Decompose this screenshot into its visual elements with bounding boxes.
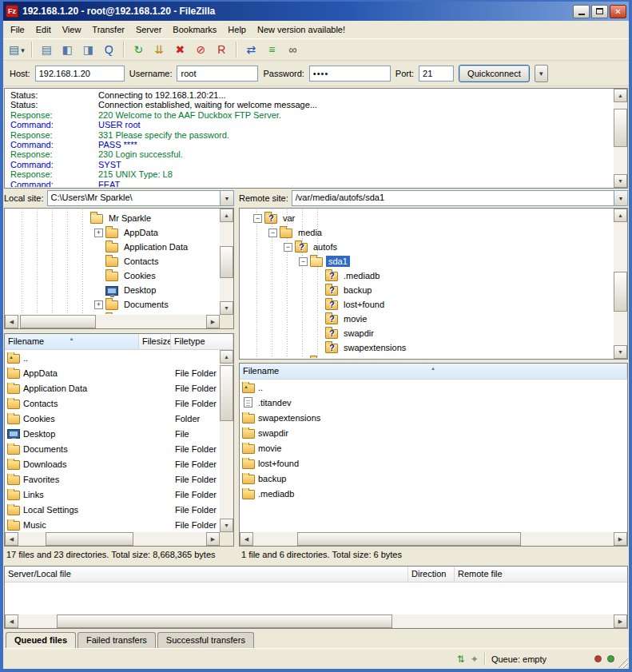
menu-item-file[interactable]: File (5, 22, 30, 37)
tree-item-application-data[interactable]: Application Data (6, 240, 219, 254)
toggle-local-tree-button[interactable]: ◧ (58, 41, 78, 59)
column-header-filetype[interactable]: Filetype (171, 334, 233, 349)
menu-item-bookmarks[interactable]: Bookmarks (167, 22, 222, 37)
file-row[interactable]: Local SettingsFile Folder (5, 502, 233, 517)
scrollbar-thumb[interactable] (614, 109, 627, 147)
menu-item-view[interactable]: View (57, 22, 87, 37)
scroll-down-button[interactable] (614, 174, 627, 188)
port-input[interactable] (419, 66, 454, 82)
local-tree-horizontal-scrollbar[interactable] (5, 315, 220, 328)
file-row[interactable]: Application DataFile Folder (5, 380, 233, 396)
column-header-direction[interactable]: Direction (408, 567, 455, 582)
column-header-filename[interactable]: Filename (5, 334, 139, 349)
tree-item-backup[interactable]: backup (240, 283, 613, 297)
tree-item-var[interactable]: var (240, 211, 613, 225)
scroll-up-button[interactable] (220, 209, 233, 222)
file-row[interactable]: swapdir (240, 425, 627, 440)
tree-item-media[interactable]: media (240, 225, 613, 240)
username-input[interactable] (177, 66, 258, 82)
scroll-left-button[interactable] (240, 532, 253, 546)
scroll-up-button[interactable] (614, 89, 627, 102)
file-row[interactable]: movie (240, 440, 627, 455)
process-queue-button[interactable]: ⇊ (149, 41, 169, 59)
directory-comparison-button[interactable]: ⇄ (241, 41, 261, 59)
local-list-vertical-scrollbar[interactable] (220, 350, 233, 532)
column-header-server-local-file[interactable]: Server/Local file (5, 567, 408, 582)
scrollbar-thumb[interactable] (297, 532, 521, 546)
scroll-up-button[interactable] (220, 350, 233, 364)
column-header-filesize[interactable]: Filesize (139, 334, 171, 349)
file-row[interactable]: AppDataFile Folder (5, 365, 233, 380)
scrollbar-track[interactable] (18, 614, 614, 628)
toggle-message-log-button[interactable]: ▤ (37, 41, 57, 59)
scroll-down-button[interactable] (614, 345, 627, 359)
menu-item-transfer[interactable]: Transfer (86, 22, 130, 37)
menu-item-help[interactable]: Help (222, 22, 252, 37)
scroll-up-button[interactable] (614, 209, 627, 222)
scrollbar-thumb[interactable] (20, 315, 96, 328)
scroll-down-button[interactable] (220, 301, 233, 315)
tab-queued-files[interactable]: Queued files (6, 632, 76, 649)
synchronized-browsing-button[interactable]: ≡ (262, 41, 282, 59)
quickconnect-button[interactable]: Quickconnect (459, 65, 530, 82)
file-row[interactable]: swapextensions (240, 410, 627, 425)
tree-item-lost-found[interactable]: lost+found (240, 297, 613, 312)
scrollbar-track[interactable] (220, 222, 233, 301)
tree-item-contacts[interactable]: Contacts (6, 254, 219, 268)
collapse-icon[interactable] (253, 214, 262, 223)
host-input[interactable] (35, 66, 125, 82)
close-button[interactable] (610, 5, 626, 18)
queue-horizontal-scrollbar[interactable] (5, 614, 627, 628)
tree-item-downloads[interactable]: Downloads (6, 312, 219, 314)
collapse-icon[interactable] (284, 243, 292, 252)
tree-item-dvd[interactable]: dvd (240, 355, 613, 358)
tree-item-mr-sparkle[interactable]: Mr Sparkle (6, 211, 219, 225)
filter-icon[interactable]: ✦ (471, 654, 479, 664)
local-list-horizontal-scrollbar[interactable] (5, 532, 233, 546)
tree-item-mediadb[interactable]: .mediadb (240, 268, 613, 283)
tree-item-appdata[interactable]: AppData (6, 225, 219, 240)
scrollbar-track[interactable] (220, 364, 233, 519)
file-row[interactable]: .. (240, 380, 627, 395)
column-header-filename[interactable]: Filename (240, 364, 627, 379)
scroll-left-button[interactable] (5, 315, 18, 328)
dropdown-arrow-icon[interactable] (19, 45, 25, 54)
find-files-button[interactable]: ∞ (283, 41, 303, 59)
scrollbar-thumb[interactable] (220, 246, 233, 278)
file-row[interactable]: ContactsFile Folder (5, 396, 233, 411)
remote-list-horizontal-scrollbar[interactable] (240, 532, 627, 546)
combo-dropdown-icon[interactable] (614, 191, 627, 205)
file-row[interactable]: lost+found (240, 455, 627, 471)
file-row[interactable]: DesktopFile (5, 426, 233, 441)
file-row[interactable]: LinksFile Folder (5, 487, 233, 502)
scrollbar-track[interactable] (614, 102, 627, 174)
tree-item-documents[interactable]: Documents (6, 297, 219, 312)
scroll-right-button[interactable] (206, 315, 220, 328)
file-row[interactable]: CookiesFolder (5, 411, 233, 426)
file-row[interactable]: DownloadsFile Folder (5, 456, 233, 471)
scrollbar-thumb[interactable] (614, 272, 627, 312)
file-row[interactable]: backup (240, 471, 627, 486)
tab-successful-transfers[interactable]: Successful transfers (157, 632, 254, 648)
tree-item-swapextensions[interactable]: swapextensions (240, 340, 613, 355)
file-row[interactable]: DocumentsFile Folder (5, 441, 233, 456)
file-row[interactable]: .mediadb (240, 486, 627, 501)
scrollbar-thumb[interactable] (46, 532, 133, 546)
expand-icon[interactable] (94, 300, 103, 309)
speed-limit-icon[interactable]: ⇅ (457, 654, 465, 664)
quickconnect-dropdown-button[interactable] (535, 65, 548, 82)
tab-failed-transfers[interactable]: Failed transfers (78, 632, 156, 648)
scrollbar-track[interactable] (253, 532, 614, 546)
minimize-button[interactable] (573, 5, 590, 18)
menu-item-server[interactable]: Server (130, 22, 167, 37)
resize-grip[interactable] (617, 657, 628, 668)
combo-dropdown-icon[interactable] (220, 191, 233, 205)
reconnect-button[interactable]: R (212, 41, 232, 59)
local-site-combobox[interactable]: C:\Users\Mr Sparkle\ (47, 190, 234, 206)
tree-item-cookies[interactable]: Cookies (6, 268, 219, 283)
disconnect-button[interactable]: ⊘ (191, 41, 211, 59)
file-row[interactable]: .titandev (240, 395, 627, 410)
refresh-button[interactable]: ↻ (129, 41, 149, 59)
title-bar[interactable]: Fz 192.168.1.20 - root@192.168.1.20 - Fi… (3, 2, 629, 21)
cancel-operation-button[interactable]: ✖ (170, 41, 190, 59)
